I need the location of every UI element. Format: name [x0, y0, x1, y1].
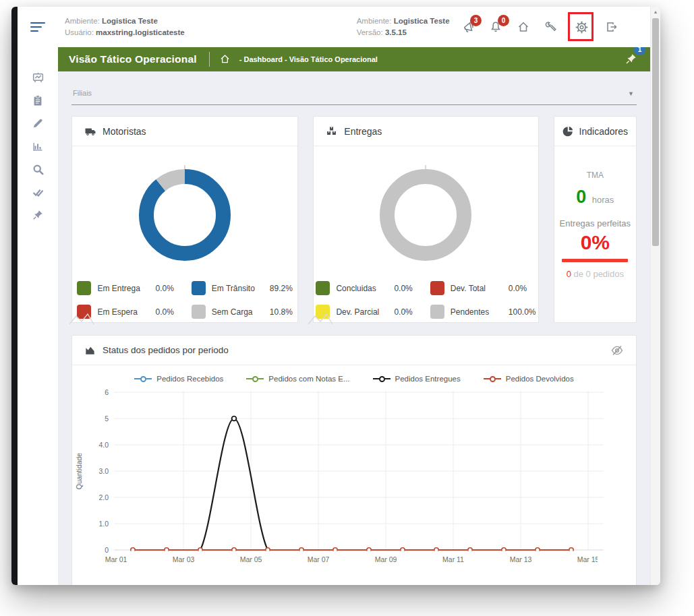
legend-pedidos-com-notas[interactable]: Pedidos com Notas E... — [246, 375, 349, 383]
card-title-indicadores: Indicadores — [579, 126, 628, 137]
svg-text:Mar 03: Mar 03 — [173, 555, 195, 563]
home-icon[interactable] — [516, 20, 531, 34]
eye-off-icon[interactable] — [610, 344, 624, 357]
svg-text:3.0: 3.0 — [98, 467, 109, 475]
pie-chart-icon — [562, 125, 575, 137]
svg-text:0: 0 — [105, 546, 109, 554]
environment-info: Ambiente: Logistica Teste Usuário: maxst… — [65, 16, 185, 38]
sparkline-watermark — [69, 311, 98, 326]
svg-text:Mar 11: Mar 11 — [442, 555, 464, 563]
card-title-entregas: Entregas — [344, 126, 382, 137]
sidebar-item-doublecheck-icon[interactable] — [24, 181, 51, 204]
breadcrumb: - Dashboard - Visão Tático Operacional — [239, 55, 378, 63]
svg-text:6: 6 — [105, 388, 109, 396]
sparkline-watermark — [308, 311, 337, 326]
usuario-value: maxstring.logisticateste — [96, 28, 185, 36]
version-info: Ambiente: Logistica Teste Versão: 3.5.15 — [357, 16, 450, 38]
legend-pedidos-entregues[interactable]: Pedidos Entregues — [373, 375, 461, 383]
collapsed-dark-sidebar — [11, 7, 18, 585]
settings-gear-wrapper — [574, 20, 589, 34]
legend-item: Em Espera 0.0% — [77, 305, 173, 319]
svg-text:Mar 05: Mar 05 — [240, 555, 262, 563]
ambiente-label-2: Ambiente: — [357, 17, 392, 25]
sidebar-item-pin-icon[interactable] — [24, 204, 51, 226]
sidebar-item-barchart-icon[interactable] — [24, 135, 51, 158]
card-title-motoristas: Motoristas — [103, 126, 146, 137]
versao-label: Versão: — [357, 28, 383, 36]
breadcrumb-home-icon[interactable] — [219, 53, 231, 65]
legend-item: Concluidas 0.0% — [316, 281, 412, 295]
area-chart-icon — [84, 344, 96, 357]
notifications-badge: 0 — [498, 15, 509, 26]
page-title-bar: Visão Tático Operacional - Dashboard - V… — [58, 47, 650, 71]
versao-value: 3.5.15 — [385, 28, 407, 36]
legend-swatch — [192, 305, 206, 319]
titlebar-divider — [209, 52, 210, 67]
ambiente-value: Logistica Teste — [102, 17, 158, 25]
page-title: Visão Tático Operacional — [69, 53, 197, 65]
red-progress-bar — [562, 259, 628, 262]
svg-text:1.0: 1.0 — [98, 520, 109, 528]
legend-swatch — [192, 281, 206, 295]
entregas-perfeitas-label: Entregas perfeitas — [554, 218, 636, 228]
ambiente-value-2: Logistica Teste — [394, 17, 450, 25]
legend-swatch — [430, 281, 444, 295]
legend-pedidos-devolvidos[interactable]: Pedidos Devolvidos — [484, 375, 574, 383]
motoristas-legend: Em Entrega 0.0% Em Trânsito 89.2% — [72, 281, 297, 319]
entregas-donut-chart — [372, 161, 480, 269]
topbar: Ambiente: Logistica Teste Usuário: maxst… — [18, 7, 650, 47]
motoristas-donut-chart — [131, 161, 239, 269]
legend-item: Pendentes 100.0% — [430, 305, 536, 319]
logout-icon[interactable] — [604, 20, 619, 34]
scrollbar-up-arrow[interactable]: ▲ — [651, 7, 660, 17]
legend-item: Dev. Total 0.0% — [430, 281, 536, 295]
card-entregas: Entregas Concluidas 0.0% — [313, 116, 538, 323]
menu-hamburger-icon[interactable] — [18, 22, 58, 32]
card-motoristas: Motoristas Em Entrega 0.0% — [71, 116, 298, 323]
notifications-bell-icon[interactable]: 0 — [488, 20, 503, 34]
announcements-badge: 3 — [470, 15, 482, 26]
svg-text:Mar 01: Mar 01 — [105, 555, 127, 563]
svg-text:Mar 13: Mar 13 — [510, 555, 532, 563]
svg-text:Mar 15: Mar 15 — [577, 555, 600, 563]
status-card-title: Status dos pedidos por periodo — [103, 345, 229, 355]
sidebar-item-search-icon[interactable] — [24, 158, 51, 181]
sidebar-item-pencil-icon[interactable] — [24, 112, 51, 135]
legend-item: Dev. Parcial 0.0% — [316, 305, 412, 319]
sidebar-item-clipboard-icon[interactable] — [24, 89, 51, 112]
boxes-icon — [326, 125, 338, 137]
status-line-chart: 01.02.03.04.056Mar 01Mar 03Mar 05Mar 07M… — [72, 387, 636, 573]
svg-text:5: 5 — [105, 414, 109, 423]
legend-swatch — [77, 305, 91, 319]
pin-badge: 1 — [634, 47, 645, 55]
sidebar — [18, 47, 58, 585]
svg-text:4.0: 4.0 — [98, 441, 109, 449]
vertical-scrollbar[interactable]: ▲ — [650, 7, 660, 585]
chart-legend: Pedidos Recebidos Pedidos com Notas E...… — [72, 375, 636, 383]
legend-pedidos-recebidos[interactable]: Pedidos Recebidos — [134, 375, 223, 383]
scrollbar-thumb[interactable] — [652, 18, 659, 246]
tma-unit: horas — [592, 195, 614, 205]
svg-text:Quantidade: Quantidade — [75, 453, 83, 489]
tma-value: 0 — [576, 187, 586, 207]
card-indicadores: Indicadores TMA 0 horas Entregas perfeit… — [554, 116, 637, 323]
legend-swatch — [316, 305, 330, 319]
truck-icon — [84, 125, 96, 137]
legend-swatch — [430, 305, 444, 319]
legend-swatch — [77, 281, 91, 295]
legend-swatch — [316, 281, 330, 295]
announcements-icon[interactable]: 3 — [461, 20, 475, 34]
tma-label: TMA — [554, 171, 636, 180]
entregas-legend: Concluidas 0.0% Dev. Total 0.0% — [314, 281, 538, 319]
sidebar-item-dashboard-icon[interactable] — [24, 66, 51, 89]
svg-text:2.0: 2.0 — [98, 493, 109, 501]
svg-text:Mar 09: Mar 09 — [375, 555, 397, 563]
filiais-select[interactable]: Filiais ▼ — [71, 84, 637, 105]
pin-dashboard-icon[interactable]: 1 — [625, 53, 638, 66]
wrench-icon[interactable] — [544, 20, 558, 34]
settings-gear-icon[interactable] — [575, 20, 589, 34]
pedidos-count: 0 de 0 pedidos — [554, 269, 636, 279]
legend-item: Sem Carga 10.8% — [192, 305, 293, 319]
app-window: Ambiente: Logistica Teste Usuário: maxst… — [11, 7, 660, 585]
card-status-pedidos: Status dos pedidos por periodo — [71, 335, 637, 585]
